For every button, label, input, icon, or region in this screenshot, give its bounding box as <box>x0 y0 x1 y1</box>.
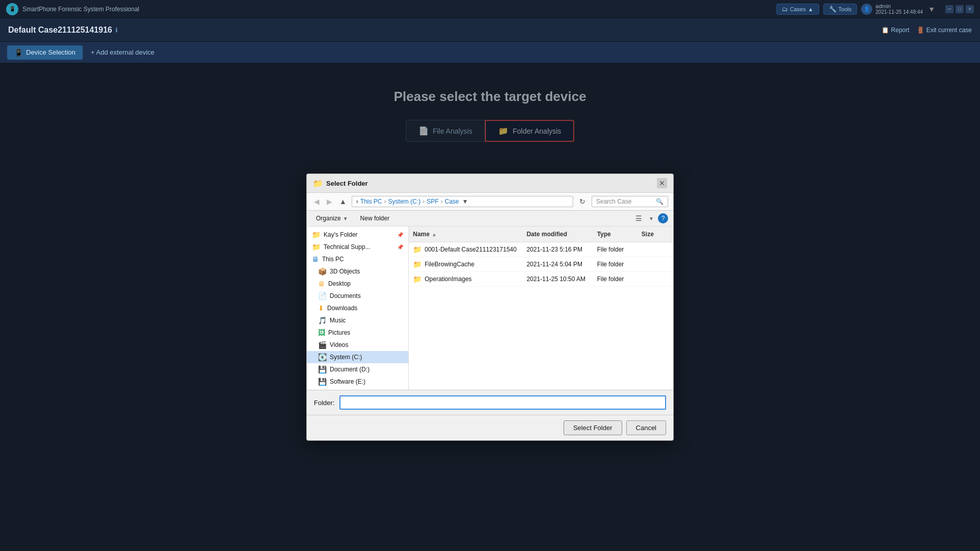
organize-dropdown-icon: ▼ <box>343 216 348 221</box>
admin-info: 👤 admin 2021-11-25 14:48:44 <box>861 3 923 15</box>
app-logo-icon: 📱 <box>9 6 15 12</box>
dialog-toolbar: Organize ▼ New folder ☰ ▼ ? <box>307 211 673 227</box>
tree-label-kays-folder: Kay's Folder <box>324 231 357 238</box>
up-button[interactable]: ▲ <box>337 196 349 207</box>
file-row[interactable]: 📁 OperationImages 2021-11-25 10:50 AM Fi… <box>409 272 673 287</box>
file-name-1: 📁 FileBrowingCache <box>409 258 523 270</box>
cancel-button[interactable]: Cancel <box>626 420 666 435</box>
help-button[interactable]: ? <box>658 213 668 223</box>
tree-item-document-d[interactable]: 💾 Document (D:) <box>307 363 408 375</box>
admin-block: admin 2021-11-25 14:48:44 <box>875 3 923 15</box>
admin-avatar: 👤 <box>861 4 872 15</box>
file-name-0: 📁 0001-Default Case211123171540 <box>409 243 523 256</box>
report-label: Report <box>891 27 910 34</box>
software-e-icon: 💾 <box>318 378 327 386</box>
cases-icon: 🗂 <box>782 6 788 13</box>
dropdown-arrow-icon: ▼ <box>928 5 935 13</box>
breadcrumb-system[interactable]: System (C:) <box>388 198 421 205</box>
tree-item-documents[interactable]: 📄 Documents <box>307 290 408 302</box>
report-button[interactable]: 📋 Report <box>881 27 910 34</box>
tree-item-cd-drive[interactable]: 💿 CD Drive (F:) QP... <box>307 388 408 390</box>
folder-icon-technical: 📁 <box>312 243 321 251</box>
tree-item-this-pc[interactable]: 🖥 This PC <box>307 253 408 265</box>
search-icon: 🔍 <box>656 198 664 205</box>
file-name-2: 📁 OperationImages <box>409 273 523 285</box>
admin-name: admin <box>875 3 923 9</box>
file-folder-icon-2: 📁 <box>413 275 422 283</box>
tree-item-desktop[interactable]: 🖥 Desktop <box>307 278 408 290</box>
tree-item-kays-folder[interactable]: 📁 Kay's Folder 📌 <box>307 229 408 241</box>
view-dropdown-icon[interactable]: ▼ <box>649 216 654 221</box>
col-date[interactable]: Date modified <box>523 229 593 240</box>
refresh-button[interactable]: ↻ <box>576 196 589 207</box>
app-logo: 📱 <box>6 3 18 15</box>
file-row[interactable]: 📁 FileBrowingCache 2021-11-24 5:04 PM Fi… <box>409 257 673 272</box>
tree-item-3d-objects[interactable]: 📦 3D Objects <box>307 265 408 278</box>
tab-device-selection[interactable]: 📱 Device Selection <box>7 45 83 60</box>
tree-item-system-c[interactable]: 💽 System (C:) <box>307 351 408 363</box>
back-button[interactable]: ◀ <box>312 196 322 207</box>
tree-item-pictures[interactable]: 🖼 Pictures <box>307 327 408 339</box>
folder-icon: 📁 <box>312 231 321 239</box>
tree-item-music[interactable]: 🎵 Music <box>307 314 408 327</box>
breadcrumb-sep1: › <box>384 198 386 205</box>
breadcrumb-spf[interactable]: SPF <box>427 198 438 205</box>
tree-label-3d-objects: 3D Objects <box>330 268 360 275</box>
breadcrumb-dropdown-icon[interactable]: ▼ <box>462 198 468 205</box>
col-name[interactable]: Name ▲ <box>409 229 523 240</box>
exit-button[interactable]: 🚪 Exit current case <box>917 27 972 34</box>
dialog-buttons: Select Folder Cancel <box>307 415 673 440</box>
titlebar: 📱 SmartPhone Forensic System Professiona… <box>0 0 980 18</box>
minimize-button[interactable]: ─ <box>945 5 953 13</box>
sidebar-tree[interactable]: 📁 Kay's Folder 📌 📁 Technical Supp... 📌 🖥… <box>307 227 409 390</box>
close-button[interactable]: × <box>966 5 974 13</box>
file-type-2: File folder <box>593 273 638 285</box>
new-folder-label: New folder <box>360 215 389 222</box>
documents-icon: 📄 <box>318 292 327 300</box>
organize-label: Organize <box>316 215 341 222</box>
tree-item-software-e[interactable]: 💾 Software (E:) <box>307 375 408 388</box>
tree-item-technical-supp[interactable]: 📁 Technical Supp... 📌 <box>307 241 408 253</box>
file-name-text-1: FileBrowingCache <box>425 261 474 268</box>
breadcrumb-sep3: › <box>440 198 443 205</box>
new-folder-button[interactable]: New folder <box>356 213 394 223</box>
file-date-1: 2021-11-24 5:04 PM <box>523 259 593 270</box>
folder-label: Folder: <box>314 399 334 407</box>
nav-tabs: 📱 Device Selection + Add external device <box>0 42 980 63</box>
dialog-close-button[interactable]: ✕ <box>657 178 667 188</box>
cases-button[interactable]: 🗂 Cases ▲ <box>776 4 819 15</box>
forward-button[interactable]: ▶ <box>325 196 334 207</box>
breadcrumb-thispc[interactable]: This PC <box>360 198 382 205</box>
case-title: Default Case211125141916 <box>8 26 112 35</box>
organize-button[interactable]: Organize ▼ <box>312 213 352 223</box>
file-date-2: 2021-11-25 10:50 AM <box>523 273 593 285</box>
col-type[interactable]: Type <box>593 229 638 240</box>
add-external-device[interactable]: + Add external device <box>86 45 160 59</box>
select-folder-button[interactable]: Select Folder <box>564 420 622 435</box>
file-folder-icon-0: 📁 <box>413 245 422 254</box>
file-row[interactable]: 📁 0001-Default Case211123171540 2021-11-… <box>409 242 673 257</box>
tools-icon: 🔧 <box>829 6 837 13</box>
cases-arrow-icon: ▲ <box>808 6 814 12</box>
device-selection-label: Device Selection <box>26 48 76 56</box>
tree-item-videos[interactable]: 🎬 Videos <box>307 339 408 351</box>
add-external-label: + Add external device <box>91 48 155 56</box>
view-button[interactable]: ☰ <box>633 213 645 224</box>
folder-input[interactable] <box>339 395 666 410</box>
exit-label: Exit current case <box>926 27 972 34</box>
search-bar[interactable]: Search Case 🔍 <box>592 196 668 207</box>
3d-objects-icon: 📦 <box>318 267 327 276</box>
tree-item-downloads[interactable]: ⬇ Downloads <box>307 302 408 314</box>
maximize-button[interactable]: □ <box>955 5 964 13</box>
breadcrumb-case[interactable]: Case <box>445 198 459 205</box>
tree-label-pictures: Pictures <box>328 329 350 336</box>
folder-input-row: Folder: <box>307 390 673 415</box>
pin-icon: 📌 <box>397 232 403 238</box>
tools-button[interactable]: 🔧 Tools <box>823 4 857 15</box>
header-left: Default Case211125141916 ℹ <box>8 26 118 35</box>
header-right: 📋 Report 🚪 Exit current case <box>881 27 972 34</box>
breadcrumb: › This PC › System (C:) › SPF › Case ▼ <box>352 196 573 207</box>
col-size[interactable]: Size <box>638 229 673 240</box>
file-list-header: Name ▲ Date modified Type Size <box>409 227 673 242</box>
dialog-body: 📁 Kay's Folder 📌 📁 Technical Supp... 📌 🖥… <box>307 227 673 390</box>
